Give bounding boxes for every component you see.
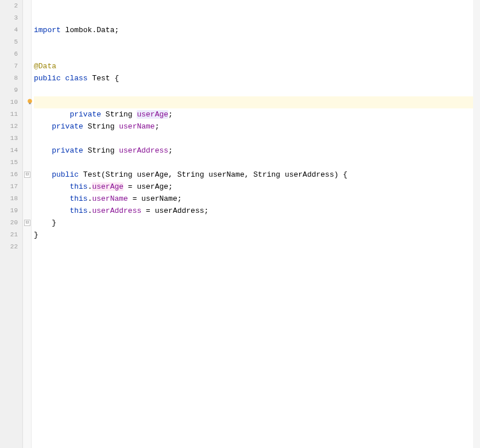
indent bbox=[34, 182, 69, 191]
keyword-public: public bbox=[34, 74, 61, 83]
line-number: 14 bbox=[0, 145, 22, 157]
code-line[interactable] bbox=[34, 241, 480, 253]
keyword-private: private bbox=[52, 146, 83, 155]
code-line[interactable]: } bbox=[34, 229, 480, 241]
code-line[interactable]: } bbox=[34, 217, 480, 229]
field-usage: userAddress bbox=[92, 207, 141, 215]
line-number-gutter: 2 3 4 5 6 7 8 9 10 11 12 13 14 15 16 17 … bbox=[0, 0, 23, 448]
class-reference: Data bbox=[96, 26, 114, 34]
assignment: = userAge; bbox=[123, 182, 173, 191]
package-path: lombok. bbox=[61, 26, 96, 34]
vertical-scrollbar[interactable] bbox=[473, 0, 480, 448]
line-number: 7 bbox=[0, 60, 22, 72]
constructor-signature: Test(String userAge, String userName, St… bbox=[79, 170, 347, 179]
code-line[interactable] bbox=[34, 48, 480, 60]
line-number: 6 bbox=[0, 48, 22, 60]
line-number: 5 bbox=[0, 36, 22, 48]
semicolon: ; bbox=[114, 26, 119, 34]
code-line[interactable]: private String userName; bbox=[34, 120, 480, 133]
indent bbox=[34, 219, 52, 227]
assignment: = userName; bbox=[128, 194, 182, 203]
fold-collapse-icon[interactable]: ⊟ bbox=[24, 172, 30, 178]
field-name: userAddress bbox=[119, 146, 168, 155]
code-line[interactable] bbox=[34, 0, 480, 12]
code-line[interactable] bbox=[34, 157, 480, 169]
field-usage: userName bbox=[92, 194, 127, 203]
code-line[interactable]: public Test(String userAge, String userN… bbox=[34, 169, 480, 181]
fold-gutter: ⊟ ⊟ bbox=[23, 0, 32, 448]
keyword-this: this bbox=[69, 182, 87, 191]
line-number: 3 bbox=[0, 12, 22, 24]
intention-bulb-icon[interactable] bbox=[26, 98, 34, 106]
brace-close: } bbox=[34, 231, 38, 239]
code-line-current[interactable]: private String userAge; bbox=[34, 96, 480, 108]
code-line[interactable] bbox=[34, 36, 480, 48]
line-number: 2 bbox=[0, 0, 22, 12]
brace-close: } bbox=[52, 219, 56, 227]
code-line[interactable]: public class Test { bbox=[34, 72, 480, 84]
line-number: 11 bbox=[0, 108, 22, 120]
annotation: @Data bbox=[34, 62, 56, 71]
line-number: 12 bbox=[0, 120, 22, 133]
indent bbox=[34, 170, 52, 179]
line-number: 9 bbox=[0, 84, 22, 96]
line-number: 8 bbox=[0, 72, 22, 84]
fold-collapse-icon[interactable]: ⊟ bbox=[24, 220, 30, 226]
indent bbox=[34, 194, 69, 203]
class-name: Test bbox=[88, 74, 115, 83]
line-number: 19 bbox=[0, 205, 22, 217]
svg-rect-1 bbox=[29, 103, 31, 104]
code-line[interactable]: this.userName = userName; bbox=[34, 193, 480, 205]
code-line[interactable]: private String userAddress; bbox=[34, 145, 480, 157]
code-line[interactable]: import lombok.Data; bbox=[34, 24, 480, 36]
semicolon: ; bbox=[168, 146, 173, 155]
code-editor[interactable]: import lombok.Data; @Data public class T… bbox=[32, 0, 480, 448]
line-number: 15 bbox=[0, 157, 22, 169]
code-line[interactable] bbox=[34, 12, 480, 24]
indent bbox=[34, 146, 52, 155]
indent bbox=[34, 122, 52, 131]
keyword-import: import bbox=[34, 26, 61, 34]
line-number: 16 bbox=[0, 169, 22, 181]
indent bbox=[34, 207, 69, 215]
field-name: userName bbox=[119, 122, 154, 131]
line-number: 10 bbox=[0, 96, 22, 108]
code-line[interactable]: this.userAge = userAge; bbox=[34, 181, 480, 193]
code-line[interactable] bbox=[34, 108, 480, 120]
keyword-this: this bbox=[69, 194, 87, 203]
keyword-public: public bbox=[52, 170, 79, 179]
field-usage-highlighted: userAge bbox=[92, 182, 123, 191]
line-number: 18 bbox=[0, 193, 22, 205]
keyword-this: this bbox=[69, 207, 87, 215]
line-number: 4 bbox=[0, 24, 22, 36]
code-line[interactable]: this.userAddress = userAddress; bbox=[34, 205, 480, 217]
line-number: 13 bbox=[0, 133, 22, 145]
code-line[interactable] bbox=[34, 133, 480, 145]
type-string: String bbox=[83, 146, 119, 155]
code-line[interactable]: @Data bbox=[34, 60, 480, 72]
keyword-class: class bbox=[61, 74, 88, 83]
code-line[interactable] bbox=[34, 84, 480, 96]
line-number: 22 bbox=[0, 241, 22, 253]
keyword-private: private bbox=[52, 122, 83, 131]
brace-open: { bbox=[114, 74, 119, 83]
type-string: String bbox=[83, 122, 119, 131]
svg-point-0 bbox=[28, 99, 32, 104]
line-number: 17 bbox=[0, 181, 22, 193]
line-number: 20 bbox=[0, 217, 22, 229]
line-number: 21 bbox=[0, 229, 22, 241]
semicolon: ; bbox=[155, 122, 160, 131]
assignment: = userAddress; bbox=[141, 207, 208, 215]
